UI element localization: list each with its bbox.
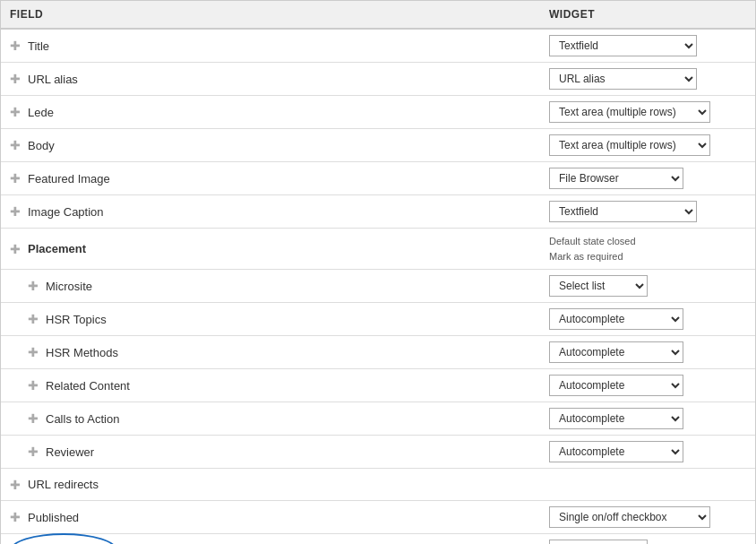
field-label-placement: Placement [28,242,549,255]
widget-cell-published: Single on/off checkboxTextfieldSelect li… [549,506,746,528]
table-row-url-redirects: ✚URL redirects [1,469,755,501]
widget-select-title[interactable]: TextfieldText area (multiple rows)URL al… [549,35,697,56]
widget-select-image-caption[interactable]: TextfieldText area (multiple rows) [549,201,697,222]
drag-handle-icon[interactable]: ✚ [28,345,39,359]
field-label-reviewer: Reviewer [46,445,549,459]
widget-cell-hsr-topics: AutocompleteSelect listTextfield [549,308,746,330]
table-header: FIELD WIDGET [1,1,755,30]
table-row-body: ✚BodyText area (multiple rows)Textfield [1,129,755,162]
field-label-featured-image: Featured Image [28,172,549,186]
field-label-hsr-topics: HSR Topics [46,313,549,326]
table-row-published: ✚PublishedSingle on/off checkboxTextfiel… [1,501,755,534]
field-label-title: Title [28,39,549,53]
widget-select-url-alias[interactable]: URL aliasTextfieldText area (multiple ro… [549,68,697,90]
drag-handle-icon[interactable]: ✚ [10,510,21,524]
widget-cell-reviewer: AutocompleteSelect listTextfield [549,441,746,462]
widget-select-body[interactable]: Text area (multiple rows)Textfield [549,134,710,156]
drag-handle-icon[interactable]: ✚ [28,378,39,393]
table-row-hsr-methods: ✚HSR MethodsAutocompleteSelect listTextf… [1,336,755,369]
widget-select-webform[interactable]: Select listAutocompleteTextfield [549,540,648,544]
drag-handle-icon[interactable]: ✚ [28,445,39,459]
drag-handle-icon[interactable]: ✚ [10,204,21,219]
widget-cell-related-content: AutocompleteSelect listTextfield [549,375,746,396]
field-column-header: FIELD [10,8,549,21]
drag-handle-icon[interactable]: ✚ [28,312,39,326]
widget-cell-lede: Text area (multiple rows)Textfield [549,101,746,123]
widget-select-featured-image[interactable]: File BrowserTextfield [549,168,683,189]
field-label-hsr-methods: HSR Methods [46,346,549,359]
table-row-calls-to-action: ✚Calls to ActionAutocompleteSelect listT… [1,402,755,436]
widget-cell-body: Text area (multiple rows)Textfield [549,134,746,156]
drag-handle-icon[interactable]: ✚ [10,242,21,256]
drag-handle-icon[interactable]: ✚ [10,171,21,186]
table-row-microsite: ✚MicrositeSelect listAutocompleteTextfie… [1,270,755,303]
widget-select-microsite[interactable]: Select listAutocompleteTextfield [549,275,648,297]
table-row-featured-image: ✚Featured ImageFile BrowserTextfield [1,162,755,195]
field-label-body: Body [28,139,549,152]
widget-select-hsr-methods[interactable]: AutocompleteSelect listTextfield [549,341,683,363]
widget-cell-hsr-methods: AutocompleteSelect listTextfield [549,341,746,363]
drag-handle-icon[interactable]: ✚ [10,72,21,86]
widget-select-lede[interactable]: Text area (multiple rows)Textfield [549,101,710,123]
widget-note-placement: Default state closed [549,234,636,249]
drag-handle-icon[interactable]: ✚ [28,411,39,426]
field-label-calls-to-action: Calls to Action [46,412,549,426]
widget-select-published[interactable]: Single on/off checkboxTextfieldSelect li… [549,506,710,528]
widget-select-calls-to-action[interactable]: AutocompleteSelect listTextfield [549,408,683,429]
table-row-webform: ✚WebformSelect listAutocompleteTextfield [1,534,755,544]
widget-select-reviewer[interactable]: AutocompleteSelect listTextfield [549,441,683,462]
field-label-microsite: Microsite [46,280,549,293]
table-row-related-content: ✚Related ContentAutocompleteSelect listT… [1,369,755,402]
widget-cell-placement: Default state closedMark as required [549,234,746,263]
widget-cell-url-alias: URL aliasTextfieldText area (multiple ro… [549,68,746,90]
widget-cell-title: TextfieldText area (multiple rows)URL al… [549,35,746,56]
drag-handle-icon[interactable]: ✚ [10,138,21,152]
field-label-lede: Lede [28,106,549,119]
field-label-url-redirects: URL redirects [28,478,549,491]
webform-annotation-circle [10,533,117,544]
drag-handle-icon[interactable]: ✚ [10,39,21,53]
widget-select-related-content[interactable]: AutocompleteSelect listTextfield [549,375,683,396]
field-label-published: Published [28,511,549,524]
table-row-url-alias: ✚URL aliasURL aliasTextfieldText area (m… [1,63,755,96]
drag-handle-icon[interactable]: ✚ [10,105,21,119]
rows-container: ✚TitleTextfieldText area (multiple rows)… [1,30,755,544]
widget-cell-calls-to-action: AutocompleteSelect listTextfield [549,408,746,429]
table-row-placement: ✚PlacementDefault state closedMark as re… [1,229,755,270]
field-label-url-alias: URL alias [28,73,549,86]
table-row-hsr-topics: ✚HSR TopicsAutocompleteSelect listTextfi… [1,303,755,336]
widget-cell-featured-image: File BrowserTextfield [549,168,746,189]
widget-cell-microsite: Select listAutocompleteTextfield [549,275,746,297]
field-widget-table: FIELD WIDGET ✚TitleTextfieldText area (m… [0,0,756,544]
field-label-related-content: Related Content [46,379,549,393]
drag-handle-icon[interactable]: ✚ [10,478,21,492]
table-row-reviewer: ✚ReviewerAutocompleteSelect listTextfiel… [1,436,755,469]
widget-select-hsr-topics[interactable]: AutocompleteSelect listTextfield [549,308,683,330]
widget-note-placement: Mark as required [549,249,623,264]
widget-column-header: WIDGET [549,8,746,21]
drag-handle-icon[interactable]: ✚ [28,279,39,293]
widget-cell-webform: Select listAutocompleteTextfield [549,540,746,544]
table-row-lede: ✚LedeText area (multiple rows)Textfield [1,96,755,129]
field-label-image-caption: Image Caption [28,205,549,219]
widget-cell-image-caption: TextfieldText area (multiple rows) [549,201,746,222]
table-row-title: ✚TitleTextfieldText area (multiple rows)… [1,30,755,63]
table-row-image-caption: ✚Image CaptionTextfieldText area (multip… [1,195,755,229]
